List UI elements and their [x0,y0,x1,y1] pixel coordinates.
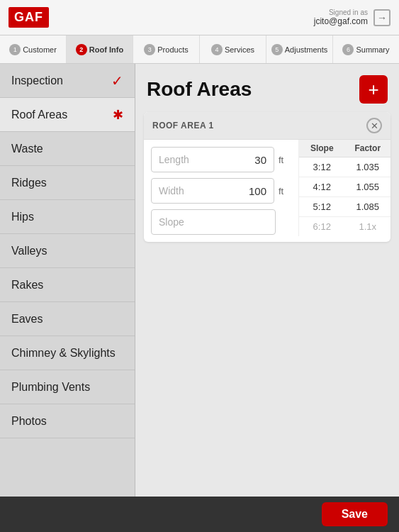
sidebar-label-plumbing-vents: Plumbing Vents [11,381,90,394]
length-row: Length 30 ft [151,147,291,172]
slope-row: Slope [151,209,291,235]
width-value: 100 [245,185,266,197]
length-label: Length [159,154,245,165]
tab-label-summary: Summary [356,45,389,54]
sidebar-item-waste[interactable]: Waste [0,132,135,166]
tab-customer[interactable]: 1 Customer [0,35,67,63]
save-button[interactable]: Save [322,502,388,526]
tab-label-adjustments: Adjustments [285,45,328,54]
signed-in-label: Signed in as [314,9,368,16]
tab-services[interactable]: 4 Services [200,35,266,63]
sidebar-item-rakes[interactable]: Rakes [0,268,135,302]
tab-bar: 1 Customer 2 Roof Info 3 Products 4 Serv… [0,35,399,64]
sidebar-label-eaves: Eaves [11,313,43,326]
tab-number-6: 6 [342,44,354,55]
sidebar-label-valleys: Valleys [11,245,47,257]
sidebar-item-eaves[interactable]: Eaves [0,302,135,336]
slope-placeholder: Slope [159,216,184,228]
slope-table-header: Slope Factor [299,140,390,157]
slope-val-2: 4:12 [299,177,345,196]
logo: GAF [9,7,49,28]
content-header: Roof Areas + [135,64,399,112]
tab-label-services: Services [225,45,254,54]
sidebar-label-hips: Hips [11,211,34,223]
sidebar-label-roof-areas: Roof Areas [11,109,67,121]
tab-label-roof-info: Roof Info [89,45,123,54]
slope-val-3: 5:12 [299,197,345,216]
sidebar-item-plumbing-vents[interactable]: Plumbing Vents [0,370,135,404]
factor-val-4: 1.1x [345,217,391,236]
width-label: Width [159,185,245,196]
sidebar-item-chimney-skylights[interactable]: Chimney & Skylights [0,336,135,370]
sidebar-item-hips[interactable]: Hips [0,200,135,234]
roof-area-body: Length 30 ft Width 100 ft [144,140,390,242]
roof-area-card-1: ROOF AREA 1 ✕ Length 30 ft [144,112,390,242]
content-area: Roof Areas + ROOF AREA 1 ✕ Length 30 ft [135,64,399,497]
sidebar-item-photos[interactable]: Photos [0,404,135,438]
width-unit: ft [279,186,291,196]
tab-number-4: 4 [211,44,223,55]
sidebar-item-valleys[interactable]: Valleys [0,234,135,268]
length-input[interactable]: Length 30 [151,147,274,172]
sidebar-label-rakes: Rakes [11,279,43,292]
slope-val-4: 6:12 [299,217,345,236]
tab-adjustments[interactable]: 5 Adjustments [266,35,333,63]
tab-number-3: 3 [144,44,155,55]
slope-row-2[interactable]: 4:12 1.055 [299,177,390,197]
tab-summary[interactable]: 6 Summary [333,35,399,63]
slope-row-1[interactable]: 3:12 1.035 [299,157,390,177]
slope-input[interactable]: Slope [151,209,276,235]
slope-table-inner: Slope Factor 3:12 1.035 4:12 1.055 5:1 [299,140,390,236]
page-title: Roof Areas [147,78,252,101]
signed-in-section: Signed in as jcito@gaf.com → [314,9,390,26]
tab-label-customer: Customer [23,45,57,54]
sidebar-item-roof-areas[interactable]: Roof Areas ✱ [0,98,135,132]
inspection-check-icon: ✓ [111,72,123,89]
length-value: 30 [245,154,266,166]
tab-number-5: 5 [271,44,283,55]
signed-in-email: jcito@gaf.com [314,16,368,26]
logout-button[interactable]: → [373,9,390,26]
sidebar-label-ridges: Ridges [11,177,47,189]
add-roof-area-button[interactable]: + [359,75,388,104]
roof-area-header: ROOF AREA 1 ✕ [144,112,390,140]
signed-in-text: Signed in as jcito@gaf.com [314,9,368,26]
slope-col-header: Slope [299,140,345,157]
factor-val-1: 1.035 [345,157,391,177]
width-row: Width 100 ft [151,178,291,204]
slope-val-1: 3:12 [299,157,345,177]
factor-col-header: Factor [345,140,391,157]
length-unit: ft [279,155,291,165]
tab-number-1: 1 [9,44,21,55]
slope-factor-table: Slope Factor 3:12 1.035 4:12 1.055 5:1 [298,140,390,236]
sidebar: Inspection ✓ Roof Areas ✱ Waste Ridges H… [0,64,135,497]
roof-area-label: ROOF AREA 1 [152,121,214,131]
tab-products[interactable]: 3 Products [133,35,200,63]
sidebar-label-photos: Photos [11,415,47,428]
top-header: GAF Signed in as jcito@gaf.com → [0,0,399,35]
sidebar-label-chimney-skylights: Chimney & Skylights [11,347,116,360]
sidebar-label-waste: Waste [11,143,43,155]
roof-areas-star-icon: ✱ [113,107,123,123]
bottom-bar: Save [0,497,399,532]
factor-val-2: 1.055 [345,177,391,196]
tab-roof-info[interactable]: 2 Roof Info [67,35,133,63]
slope-row-4[interactable]: 6:12 1.1x [299,217,390,236]
tab-number-2: 2 [76,44,87,55]
factor-val-3: 1.085 [345,197,391,216]
width-input[interactable]: Width 100 [151,178,274,204]
main-layout: Inspection ✓ Roof Areas ✱ Waste Ridges H… [0,64,399,497]
sidebar-label-inspection: Inspection [11,74,63,87]
tab-label-products: Products [157,45,188,54]
fields-column: Length 30 ft Width 100 ft [144,140,298,242]
sidebar-item-inspection[interactable]: Inspection ✓ [0,64,135,98]
sidebar-item-ridges[interactable]: Ridges [0,166,135,200]
close-roof-area-button[interactable]: ✕ [366,118,382,133]
slope-row-3[interactable]: 5:12 1.085 [299,197,390,217]
